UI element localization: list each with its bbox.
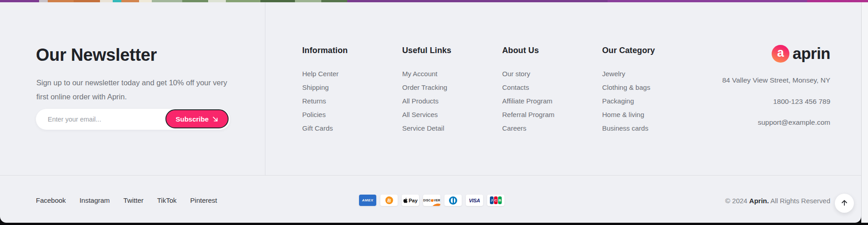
footer-link[interactable]: Careers	[502, 122, 602, 135]
footer-column: Useful LinksMy AccountOrder TrackingAll …	[402, 46, 502, 135]
footer-link[interactable]: Home & living	[602, 108, 702, 122]
footer-link[interactable]: Contacts	[502, 81, 602, 94]
newsletter-title: Our Newsletter	[36, 45, 157, 65]
brand-email: support@example.com	[758, 118, 830, 127]
footer-link-columns: InformationHelp CenterShippingReturnsPol…	[302, 46, 702, 135]
social-link-twitter[interactable]: Twitter	[124, 196, 144, 204]
social-link-pinterest[interactable]: Pinterest	[190, 196, 217, 204]
footer-page: Our Newsletter Sign up to our newsletter…	[0, 0, 868, 225]
footer-link[interactable]: Returns	[302, 94, 402, 108]
subscribe-label: Subscribe	[175, 115, 209, 123]
brand-logo: a aprin	[772, 44, 830, 63]
footer-link[interactable]: Shipping	[302, 81, 402, 94]
email-input[interactable]	[36, 109, 159, 130]
logo-text: aprin	[793, 44, 830, 63]
payment-visa-icon: VISA	[466, 195, 483, 206]
copyright-brand: Aprin.	[749, 197, 769, 205]
copyright: © 2024 Aprin. All Rights Reserved	[725, 197, 830, 205]
vertical-divider	[265, 2, 265, 175]
arrow-up-icon	[840, 199, 848, 208]
footer-link[interactable]: Clothing & bags	[602, 81, 702, 94]
footer-link[interactable]: All Services	[402, 108, 502, 122]
copyright-suffix: All Rights Reserved	[770, 197, 830, 205]
social-link-tiktok[interactable]: TikTok	[157, 196, 177, 204]
brand-phone: 1800-123 456 789	[773, 98, 830, 106]
social-link-instagram[interactable]: Instagram	[80, 196, 110, 204]
payment-methods: AMEXBPayDISCVERVISAJCB	[359, 195, 504, 206]
payment-discover-icon: DISCVER	[423, 195, 440, 206]
scroll-to-top-button[interactable]	[835, 194, 854, 213]
payment-apple-pay-icon: Pay	[402, 195, 419, 206]
social-links: FacebookInstagramTwitterTikTokPinterest	[36, 196, 217, 204]
newsletter-description: Sign up to our newsletter today and get …	[36, 76, 227, 104]
subscribe-button[interactable]: Subscribe	[165, 109, 229, 128]
arrow-down-right-icon	[212, 116, 219, 122]
column-title: Our Category	[602, 46, 702, 55]
column-title: Information	[302, 46, 402, 55]
brand-address: 84 Valley View Street, Monsey, NY	[722, 76, 830, 84]
payment-amex-icon: AMEX	[359, 195, 376, 206]
footer-column: Our CategoryJewelryClothing & bagsPackag…	[602, 46, 702, 135]
footer-link[interactable]: All Products	[402, 94, 502, 108]
footer-link[interactable]: My Account	[402, 67, 502, 81]
horizontal-divider	[0, 175, 861, 176]
footer-link[interactable]: Business cards	[602, 122, 702, 135]
footer-column: About UsOur storyContactsAffiliate Progr…	[502, 46, 602, 135]
logo-mark-icon: a	[772, 45, 789, 63]
footer-link[interactable]: Packaging	[602, 94, 702, 108]
payment-bitcoin-icon: B	[380, 195, 398, 206]
footer-column: InformationHelp CenterShippingReturnsPol…	[302, 46, 402, 135]
payment-jcb-icon: JCB	[487, 195, 504, 206]
footer-link[interactable]: Our story	[502, 67, 602, 81]
social-link-facebook[interactable]: Facebook	[36, 196, 66, 204]
footer-link[interactable]: Service Detail	[402, 122, 502, 135]
footer-link[interactable]: Jewelry	[602, 67, 702, 81]
scrollbar[interactable]	[861, 2, 868, 223]
copyright-prefix: © 2024	[725, 197, 748, 205]
footer-link[interactable]: Help Center	[302, 67, 402, 81]
newsletter-form: Subscribe	[36, 109, 230, 130]
footer-link[interactable]: Referral Program	[502, 108, 602, 122]
column-title: About Us	[502, 46, 602, 55]
footer-link[interactable]: Policies	[302, 108, 402, 122]
footer-link[interactable]: Gift Cards	[302, 122, 402, 135]
footer-link[interactable]: Order Tracking	[402, 81, 502, 94]
footer-link[interactable]: Affiliate Program	[502, 94, 602, 108]
payment-diners-club-icon	[444, 195, 462, 206]
column-title: Useful Links	[402, 46, 502, 55]
